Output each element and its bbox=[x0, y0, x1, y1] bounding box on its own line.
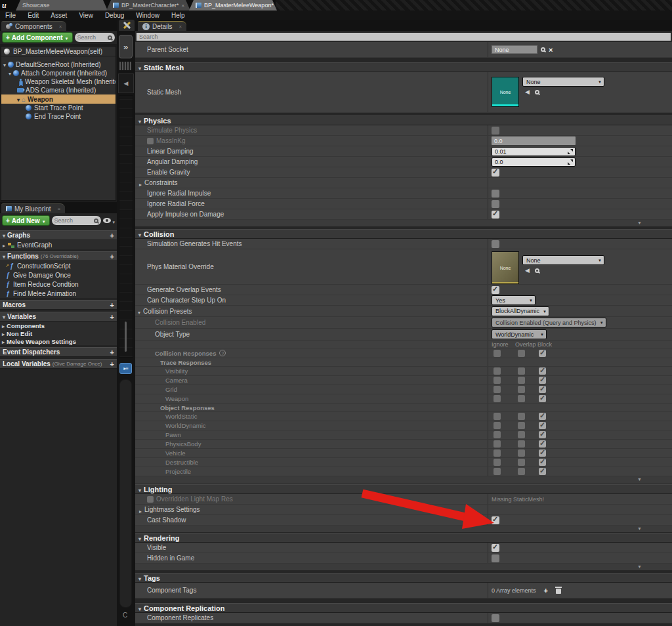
drag-resize-icon[interactable] bbox=[568, 159, 573, 165]
static-mesh-thumbnail[interactable]: None bbox=[492, 77, 519, 107]
trash-icon[interactable] bbox=[556, 589, 561, 594]
section-functions[interactable]: Functions (76 Overridable) bbox=[0, 251, 117, 261]
menu-file[interactable]: File bbox=[5, 12, 16, 19]
expander-icon[interactable] bbox=[138, 574, 141, 582]
add-graph-button[interactable] bbox=[110, 232, 114, 240]
tab-my-blueprint[interactable]: My Blueprint × bbox=[1, 203, 65, 213]
add-macro-button[interactable] bbox=[110, 301, 114, 309]
menu-asset[interactable]: Asset bbox=[51, 12, 67, 19]
add-local-variable-button[interactable] bbox=[110, 360, 114, 368]
ignore-radial-force-checkbox[interactable] bbox=[492, 200, 499, 208]
expand-panel-button[interactable] bbox=[119, 35, 133, 58]
tree-row-weapon-selected[interactable]: Weapon bbox=[1, 94, 116, 104]
expander-icon[interactable] bbox=[3, 232, 5, 239]
item-eventgraph[interactable]: EventGraph bbox=[0, 240, 117, 249]
static-mesh-dropdown[interactable]: None bbox=[522, 77, 604, 87]
hidden-in-game-checkbox[interactable] bbox=[492, 554, 499, 562]
menu-debug[interactable]: Debug bbox=[105, 12, 124, 19]
scrollbar-track[interactable] bbox=[119, 379, 132, 608]
ignore-radial-impulse-checkbox[interactable] bbox=[492, 190, 499, 198]
phys-material-thumbnail[interactable]: None bbox=[492, 251, 519, 284]
menu-help[interactable]: Help bbox=[171, 12, 185, 19]
close-icon[interactable]: × bbox=[179, 24, 182, 30]
variable-group-melee-weapon-settings[interactable]: Melee Weapon Settings bbox=[0, 337, 117, 345]
parent-socket-input[interactable]: None bbox=[492, 45, 537, 54]
section-physics[interactable]: Physics bbox=[135, 115, 672, 125]
toolbar-tab[interactable] bbox=[119, 20, 135, 31]
expander-icon[interactable] bbox=[3, 61, 6, 68]
scrollbar-thumb[interactable] bbox=[125, 322, 127, 352]
component-replicates-checkbox[interactable] bbox=[492, 614, 499, 622]
section-variables[interactable]: Variables bbox=[0, 312, 117, 322]
menu-edit[interactable]: Edit bbox=[28, 12, 39, 19]
row-constraints[interactable]: Constraints bbox=[135, 178, 672, 188]
item-give-damage-once[interactable]: Give Damage Once bbox=[0, 270, 117, 280]
tab-components[interactable]: Components × bbox=[1, 21, 66, 31]
item-find-melee-animation[interactable]: Find Melee Animation bbox=[0, 289, 117, 298]
expander-icon[interactable] bbox=[138, 117, 141, 125]
tree-row-attach-component[interactable]: Attach Component (Inherited) bbox=[1, 69, 116, 77]
section-event-dispatchers[interactable]: Event Dispatchers bbox=[0, 347, 117, 357]
apply-impulse-on-damage-checkbox[interactable] bbox=[492, 211, 499, 219]
expander-icon[interactable] bbox=[138, 230, 141, 238]
expander-icon[interactable] bbox=[9, 70, 11, 77]
advanced-expander[interactable] bbox=[135, 220, 672, 227]
section-lighting[interactable]: Lighting bbox=[135, 484, 672, 494]
expander-icon[interactable] bbox=[138, 534, 141, 542]
cast-shadow-checkbox[interactable] bbox=[492, 516, 499, 524]
expander-icon[interactable] bbox=[3, 253, 5, 260]
add-component-button[interactable]: Add Component bbox=[2, 32, 73, 43]
expander-icon[interactable] bbox=[138, 486, 141, 493]
browse-icon[interactable] bbox=[535, 90, 539, 94]
advanced-expander[interactable] bbox=[135, 476, 672, 484]
splitter-grip[interactable] bbox=[119, 62, 131, 70]
clear-icon[interactable] bbox=[549, 46, 553, 54]
expander-icon[interactable] bbox=[135, 305, 140, 317]
expander-icon[interactable] bbox=[2, 330, 5, 337]
menu-view[interactable]: View bbox=[79, 12, 93, 19]
tree-row-start-trace-point[interactable]: Start Trace Point bbox=[1, 104, 116, 112]
close-icon[interactable]: × bbox=[182, 3, 185, 9]
visibility-filter[interactable] bbox=[103, 215, 115, 226]
doc-tab-master-character[interactable]: BP_MasterCharacter* × bbox=[106, 0, 190, 10]
section-local-variables[interactable]: Local Variables (Give Damage Once) bbox=[0, 359, 117, 369]
angular-damping-input[interactable]: 0.0 bbox=[492, 157, 576, 167]
use-selected-asset-icon[interactable] bbox=[525, 267, 530, 274]
dock-collapse-tab[interactable] bbox=[118, 73, 134, 93]
doc-tab-master-melee-weapon[interactable]: BP_MasterMeleeWeapon* × bbox=[189, 0, 277, 10]
sim-hit-events-checkbox[interactable] bbox=[492, 240, 499, 248]
close-icon[interactable]: × bbox=[58, 206, 61, 212]
phys-material-dropdown[interactable]: None bbox=[522, 255, 604, 265]
advanced-expander[interactable] bbox=[135, 526, 672, 533]
item-construction-script[interactable]: ConstructionScript bbox=[0, 261, 117, 270]
tree-row-default-scene-root[interactable]: DefaultSceneRoot (Inherited) bbox=[1, 60, 116, 69]
variable-group-components[interactable]: Components bbox=[0, 322, 117, 329]
expander-icon[interactable] bbox=[3, 241, 5, 249]
my-blueprint-search[interactable] bbox=[52, 216, 102, 225]
expander-icon[interactable] bbox=[3, 313, 5, 320]
doc-tab-showcase[interactable]: Showcase bbox=[16, 0, 108, 10]
add-variable-button[interactable] bbox=[110, 313, 114, 321]
generate-overlap-checkbox[interactable] bbox=[492, 286, 499, 294]
expander-icon[interactable] bbox=[138, 604, 141, 612]
expander-icon[interactable] bbox=[135, 504, 142, 516]
tab-details[interactable]: Details × bbox=[138, 21, 186, 31]
linear-damping-input[interactable]: 0.01 bbox=[492, 147, 576, 156]
section-graphs[interactable]: Graphs bbox=[0, 230, 117, 240]
browse-icon[interactable] bbox=[535, 268, 539, 273]
section-static-mesh[interactable]: Static Mesh bbox=[135, 62, 672, 72]
menu-window[interactable]: Window bbox=[136, 12, 159, 19]
section-component-replication[interactable]: Component Replication bbox=[135, 603, 672, 613]
expander-icon[interactable] bbox=[138, 64, 141, 72]
expander-icon[interactable] bbox=[17, 96, 20, 103]
my-blueprint-search-input[interactable] bbox=[54, 217, 94, 224]
add-new-button[interactable]: Add New bbox=[2, 215, 50, 226]
tree-row-ads-camera[interactable]: ADS Camera (Inherited) bbox=[1, 86, 116, 94]
expander-icon[interactable] bbox=[2, 338, 5, 345]
add-function-button[interactable] bbox=[110, 253, 114, 261]
details-search-input[interactable] bbox=[139, 33, 668, 40]
section-tags[interactable]: Tags bbox=[135, 573, 672, 583]
details-search[interactable] bbox=[136, 33, 671, 41]
expander-icon[interactable] bbox=[135, 177, 142, 189]
step-up-dropdown[interactable]: Yes bbox=[492, 295, 536, 305]
